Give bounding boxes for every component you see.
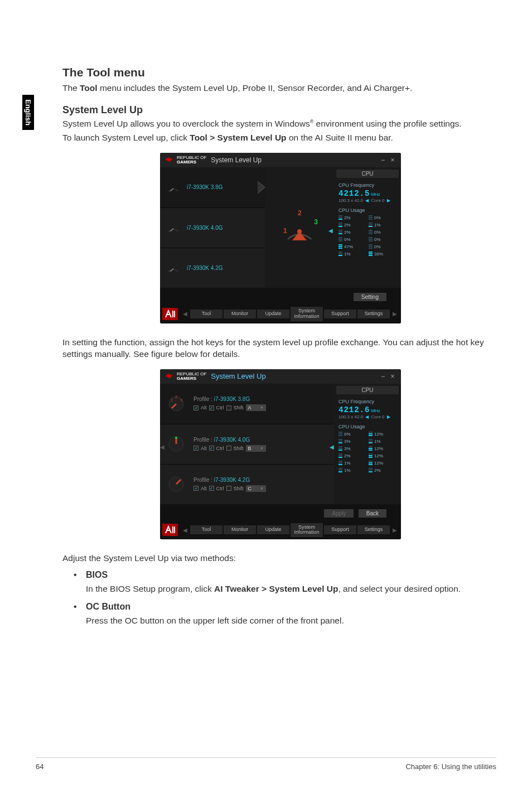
scroll-right-icon[interactable]: ◀ [330, 444, 334, 450]
ai-suite-logo-icon[interactable] [162, 308, 178, 320]
nav-sysinfo[interactable]: System Information [291, 307, 323, 321]
nav-prev-icon[interactable]: ◀ [181, 311, 189, 317]
usage-cell: 0% [369, 244, 396, 249]
usage-cell: 1% [369, 223, 396, 228]
nav-update[interactable]: Update [257, 310, 289, 318]
nav-tool[interactable]: Tool [190, 310, 223, 318]
nav-settings[interactable]: Settings [357, 310, 390, 318]
hotkey-profile-2: Profile : i7-3930K 4.0G Alt Ctrl Shift B… [160, 424, 334, 464]
profile-card-3[interactable]: i7-3930K 4.2G [160, 248, 265, 288]
heading-system-level-up: System Level Up [62, 104, 499, 116]
adjust-methods-intro: Adjust the System Level Up via two metho… [62, 553, 499, 564]
ctrl-checkbox-1[interactable] [209, 405, 214, 410]
usage-cell: 0% [338, 432, 366, 437]
nav-support[interactable]: Support [324, 525, 356, 534]
brand-text: REPUBLIC OFGAMERS [177, 372, 206, 381]
ai-suite-logo-icon[interactable] [162, 524, 178, 536]
key-select-1[interactable]: A▼ [246, 404, 266, 411]
dial-num-3: 3 [314, 218, 318, 226]
key-select-2[interactable]: B▼ [246, 445, 266, 452]
minimize-icon[interactable]: − [379, 156, 387, 164]
usage-cell: 0% [338, 237, 366, 242]
usage-cell: 1% [338, 252, 366, 257]
core-next-icon[interactable]: ▶ [387, 198, 390, 203]
nav-monitor[interactable]: Monitor [224, 525, 256, 534]
chapter-title: Chapter 6: Using the utilities [405, 762, 496, 771]
ctrl-checkbox-2[interactable] [209, 446, 214, 451]
usage-cell: 2% [338, 230, 366, 235]
profile-card-1[interactable]: i7-3930K 3.8G [160, 167, 265, 207]
dial-icon-2 [167, 434, 186, 453]
nav-next-icon[interactable]: ▶ [391, 527, 399, 533]
alt-checkbox-2[interactable] [194, 446, 199, 451]
shift-checkbox-3[interactable] [226, 486, 231, 491]
svg-point-6 [175, 437, 177, 439]
back-button[interactable]: Back [359, 509, 386, 518]
nav-tool[interactable]: Tool [190, 525, 223, 534]
cpu-freq-label: CPU Frequency [338, 182, 396, 188]
nav-support[interactable]: Support [324, 310, 356, 318]
usage-cell: 47% [338, 244, 366, 249]
profile-card-2[interactable]: i7-3930K 4.0G [160, 207, 265, 248]
hotkey-profile-3: Profile : i7-3930K 4.2G Alt Ctrl Shift C… [160, 464, 334, 504]
dropdown-icon: ▼ [260, 406, 264, 409]
scroll-inner-icon[interactable]: ◀ [328, 228, 333, 234]
core-prev-icon[interactable]: ◀ [365, 414, 369, 419]
profile-label-3: i7-3930K 4.2G [187, 265, 223, 271]
nav-monitor[interactable]: Monitor [224, 310, 256, 318]
usage-cell: 12% [369, 446, 396, 451]
alt-checkbox-1[interactable] [194, 405, 199, 410]
nav-update[interactable]: Update [257, 525, 289, 534]
cpu-freq-unit: MHz [371, 192, 380, 197]
setting-button[interactable]: Setting [354, 293, 386, 301]
oc-button-title: OC Button [86, 602, 499, 612]
usage-cell: 1% [338, 468, 366, 473]
dropdown-icon: ▼ [260, 487, 264, 490]
nav-prev-icon[interactable]: ◀ [181, 527, 189, 533]
minimize-icon[interactable]: − [379, 373, 387, 380]
window-title: System Level Up [211, 372, 265, 380]
core-next-icon[interactable]: ▶ [387, 414, 390, 419]
usage-cell: 0% [369, 215, 396, 220]
scroll-left-icon[interactable]: ◀ [160, 444, 165, 450]
level-dial[interactable]: 1 2 3 [280, 208, 319, 247]
apply-button[interactable]: Apply [324, 509, 354, 518]
usage-cell: 1% [369, 439, 396, 444]
core-prev-icon[interactable]: ◀ [365, 198, 369, 203]
rog-logo-icon [165, 373, 173, 380]
cpu-tab[interactable]: CPU [336, 386, 399, 394]
close-icon[interactable]: × [389, 373, 396, 380]
bios-desc: In the BIOS Setup program, click AI Twea… [86, 583, 499, 595]
window-title: System Level Up [211, 156, 262, 164]
cpu-freq-mult: 100.3 x 42.0 [338, 198, 363, 203]
heading-tool-menu: The Tool menu [62, 66, 499, 79]
alt-checkbox-3[interactable] [194, 486, 199, 491]
cpu-freq-unit: MHz [371, 408, 380, 413]
shift-checkbox-2[interactable] [226, 446, 231, 451]
bullet-icon: • [74, 570, 86, 597]
usage-cell: 2% [338, 215, 366, 220]
slu-desc-2: To launch System Level up, click Tool > … [62, 132, 499, 144]
cpu-freq-mult: 100.3 x 42.0 [338, 414, 363, 419]
ctrl-checkbox-3[interactable] [209, 486, 214, 491]
hk-profile-name-3: i7-3930K 4.2G [214, 477, 250, 483]
cpu-tab[interactable]: CPU [336, 170, 399, 178]
nav-next-icon[interactable]: ▶ [391, 311, 399, 317]
usage-cell: 0% [369, 230, 396, 235]
usage-cell: 2% [338, 223, 366, 228]
gauge-icon [166, 180, 181, 195]
cpu-freq-value-2: 4212.6 [338, 405, 370, 414]
dial-num-2: 2 [298, 209, 302, 217]
cpu-freq-value: 4212.5 [338, 189, 370, 198]
nav-settings[interactable]: Settings [357, 525, 390, 534]
hotkey-desc: In setting the function, assign the hot … [62, 337, 499, 360]
dial-icon-3 [167, 475, 186, 494]
shift-checkbox-1[interactable] [226, 405, 231, 410]
close-icon[interactable]: × [389, 156, 396, 164]
key-select-3[interactable]: C▼ [246, 485, 266, 492]
nav-sysinfo[interactable]: System Information [291, 523, 323, 538]
svg-text:3: 3 [180, 398, 182, 402]
language-tab: English [22, 95, 34, 130]
profile-label-2: i7-3930K 4.0G [187, 225, 223, 231]
cpu-freq-label: CPU Frequency [338, 399, 396, 404]
